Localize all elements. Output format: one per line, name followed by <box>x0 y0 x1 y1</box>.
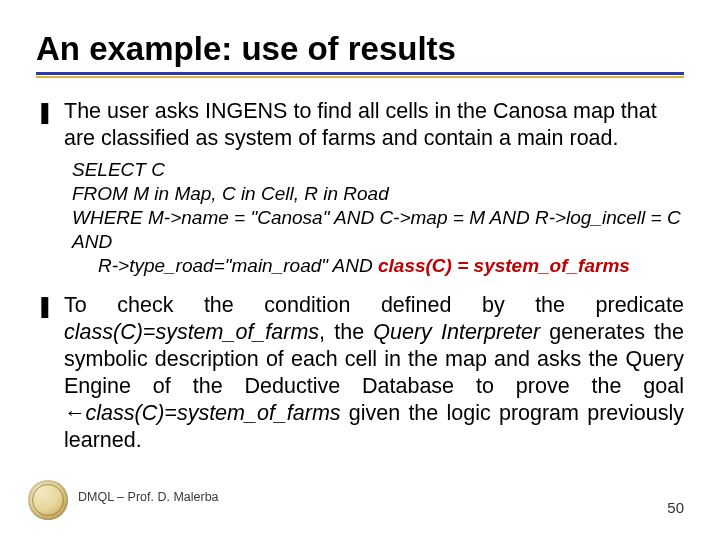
slide: An example: use of results ❚ The user as… <box>0 0 720 540</box>
code-line: WHERE M->name = "Canosa" AND C->map = M … <box>72 206 684 254</box>
code-text: R->type_road="main_road" AND <box>98 255 378 276</box>
bullet-icon: ❚ <box>36 292 64 454</box>
predicate-highlight: class(C) = system_of_farms <box>378 255 630 276</box>
code-line: SELECT C <box>72 158 684 182</box>
bullet-text: To check the condition defined by the pr… <box>64 292 684 454</box>
title-underline <box>36 72 684 78</box>
bullet-item: ❚ To check the condition defined by the … <box>36 292 684 454</box>
code-line: R->type_road="main_road" AND class(C) = … <box>72 254 684 278</box>
bullet-icon: ❚ <box>36 98 64 152</box>
italic-term: Query Interpreter <box>373 320 540 344</box>
seal-icon <box>28 480 68 520</box>
italic-term: class(C)=system_of_farms <box>64 320 319 344</box>
code-line: FROM M in Map, C in Cell, R in Road <box>72 182 684 206</box>
bullet-text: The user asks INGENS to find all cells i… <box>64 98 684 152</box>
slide-title: An example: use of results <box>36 30 684 68</box>
text-run: , the <box>319 320 373 344</box>
arrow-icon: ← <box>64 401 86 425</box>
italic-term: class(C)=system_of_farms <box>86 401 341 425</box>
page-number: 50 <box>667 499 684 516</box>
query-code: SELECT C FROM M in Map, C in Cell, R in … <box>72 158 684 278</box>
footer-text: DMQL – Prof. D. Malerba <box>78 490 219 504</box>
text-run: To check the condition defined by the pr… <box>64 293 684 317</box>
bullet-item: ❚ The user asks INGENS to find all cells… <box>36 98 684 152</box>
